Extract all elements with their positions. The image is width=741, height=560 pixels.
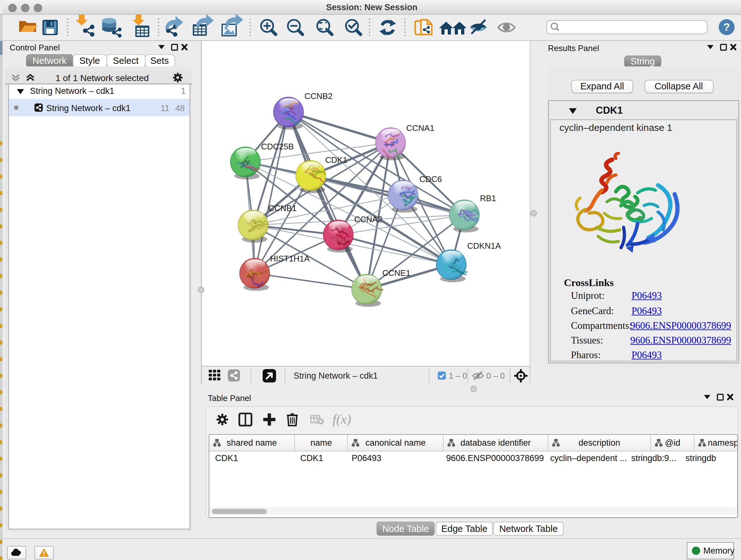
svg-text:CDKN1A: CDKN1A [467, 241, 501, 251]
svg-text:?: ? [724, 20, 730, 33]
svg-text:CCNA2: CCNA2 [354, 214, 382, 224]
svg-text:CDK1: CDK1 [325, 155, 347, 165]
svg-text:RB1: RB1 [480, 193, 496, 203]
svg-text:f(x): f(x) [333, 412, 351, 427]
svg-text:CCNB2: CCNB2 [305, 91, 333, 101]
svg-text:CCNE1: CCNE1 [382, 268, 410, 278]
svg-text:HIST1H1A: HIST1H1A [270, 254, 310, 263]
svg-text:CCNB1: CCNB1 [268, 203, 296, 213]
svg-text:CDC25B: CDC25B [261, 142, 294, 151]
svg-text:1 – 0: 1 – 0 [449, 371, 467, 381]
svg-text:String Network – cdk1: String Network – cdk1 [293, 371, 378, 381]
svg-text:CCNA1: CCNA1 [406, 123, 434, 133]
svg-text:0 – 0: 0 – 0 [486, 371, 505, 381]
svg-text:CDC6: CDC6 [419, 174, 442, 184]
